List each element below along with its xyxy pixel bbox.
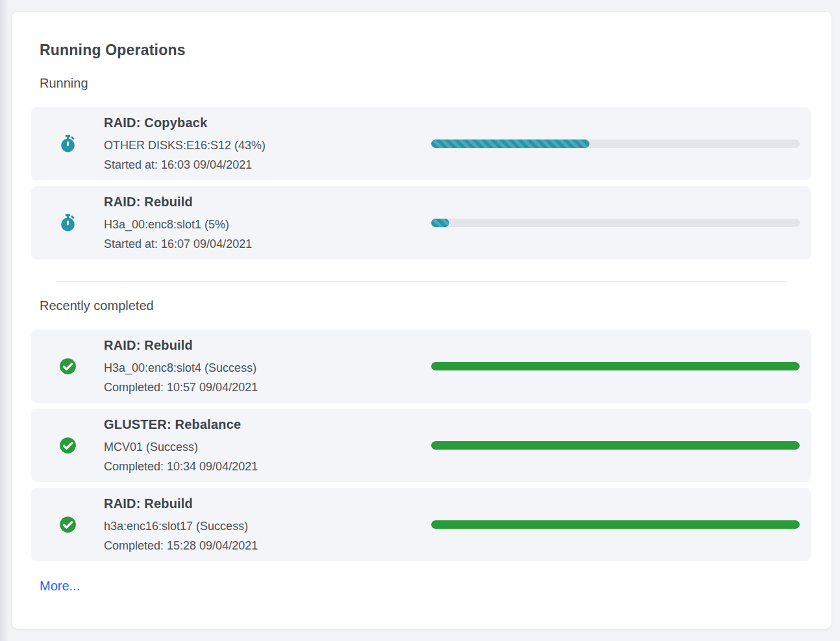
more-link[interactable]: More...: [40, 579, 80, 594]
progress-bar-fill: [431, 520, 800, 529]
operation-rows: RAID: Copyback OTHER DISKS:E16:S12 (43%)…: [31, 107, 811, 260]
operation-row: RAID: Rebuild H3a_00:enc8:slot4 (Success…: [31, 330, 811, 403]
operation-title: RAID: Copyback: [104, 114, 431, 132]
operations-section: Running RAID: Copyback OTHER DISKS:E16:S…: [31, 76, 811, 260]
operation-time: Started at: 16:03 09/04/2021: [104, 155, 431, 175]
operation-time: Completed: 15:28 09/04/2021: [104, 536, 431, 555]
progress-bar: [431, 441, 800, 450]
operation-rows: RAID: Rebuild H3a_00:enc8:slot4 (Success…: [31, 330, 811, 561]
operation-status-icon-cell: [31, 214, 104, 232]
operation-target: h3a:enc16:slot17 (Success): [104, 516, 431, 536]
operation-status-icon-cell: [31, 357, 104, 375]
operation-time: Completed: 10:34 09/04/2021: [104, 457, 431, 476]
check-circle-icon: [59, 357, 77, 375]
progress-bar-fill: [431, 362, 800, 370]
operation-row: RAID: Rebuild H3a_00:enc8:slot1 (5%) Sta…: [31, 186, 811, 260]
progress-bar: [431, 520, 800, 529]
progress-bar: [431, 362, 800, 370]
progress-bar-fill: [431, 441, 800, 450]
operation-row: GLUSTER: Rebalance MCV01 (Success) Compl…: [31, 409, 811, 482]
running-operations-panel: Running Operations Running RAID: Copybac…: [11, 11, 832, 629]
operation-title: RAID: Rebuild: [104, 193, 431, 211]
sections-container: Running RAID: Copyback OTHER DISKS:E16:S…: [31, 76, 811, 561]
operation-row: RAID: Copyback OTHER DISKS:E16:S12 (43%)…: [31, 107, 811, 180]
progress-bar-fill: [431, 219, 449, 227]
operation-title: GLUSTER: Rebalance: [104, 415, 431, 433]
operation-target: MCV01 (Success): [104, 437, 431, 457]
left-edge-shadow: [0, 0, 9, 641]
operation-progress-cell: [431, 139, 800, 148]
operation-status-icon-cell: [31, 516, 104, 533]
operation-status-icon-cell: [31, 437, 104, 454]
operation-time: Started at: 16:07 09/04/2021: [104, 234, 431, 254]
check-circle-icon: [59, 437, 77, 454]
operation-target: H3a_00:enc8:slot4 (Success): [104, 358, 431, 378]
operation-text: RAID: Rebuild h3a:enc16:slot17 (Success)…: [104, 494, 431, 555]
section-divider: [56, 281, 787, 282]
operation-target: OTHER DISKS:E16:S12 (43%): [104, 136, 431, 155]
operation-time: Completed: 10:57 09/04/2021: [104, 378, 431, 397]
check-circle-icon: [59, 516, 77, 533]
operation-text: RAID: Copyback OTHER DISKS:E16:S12 (43%)…: [104, 114, 431, 175]
section-label: Running: [40, 76, 811, 91]
operation-row: RAID: Rebuild h3a:enc16:slot17 (Success)…: [31, 488, 811, 561]
operation-progress-cell: [431, 219, 800, 227]
operation-progress-cell: [431, 520, 800, 529]
operation-progress-cell: [431, 362, 800, 370]
section-label: Recently completed: [40, 298, 811, 313]
operation-text: RAID: Rebuild H3a_00:enc8:slot1 (5%) Sta…: [104, 193, 431, 254]
stopwatch-icon: [59, 135, 77, 152]
operation-text: GLUSTER: Rebalance MCV01 (Success) Compl…: [104, 415, 431, 476]
progress-bar: [431, 139, 800, 148]
operation-progress-cell: [431, 441, 800, 450]
panel-title: Running Operations: [40, 42, 811, 59]
operation-title: RAID: Rebuild: [104, 336, 431, 354]
stopwatch-icon: [59, 214, 77, 232]
operation-title: RAID: Rebuild: [104, 494, 431, 513]
progress-bar: [431, 219, 800, 227]
operations-section: Recently completed RAID: Rebuild H3a_00:…: [31, 298, 811, 561]
operation-text: RAID: Rebuild H3a_00:enc8:slot4 (Success…: [104, 336, 431, 397]
operation-target: H3a_00:enc8:slot1 (5%): [104, 215, 431, 234]
progress-bar-fill: [431, 139, 589, 148]
operation-status-icon-cell: [31, 135, 104, 152]
